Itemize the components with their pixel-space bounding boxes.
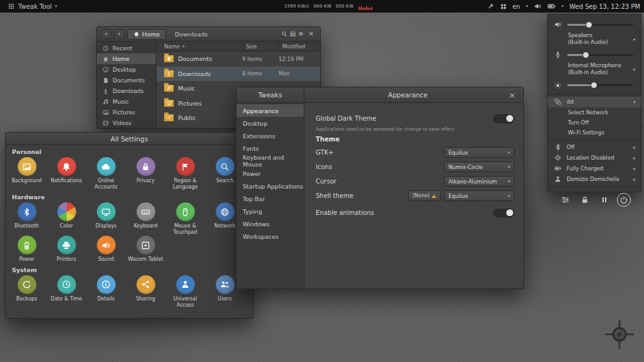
settings-tile-wacom-tablet[interactable]: Wacom Tablet xyxy=(126,236,165,263)
select-network-item[interactable]: Select Network xyxy=(548,107,641,118)
shell-theme-dropdown[interactable]: Equilux▾ xyxy=(444,190,514,201)
sidebar-label: Music xyxy=(113,99,129,105)
brightness-slider[interactable] xyxy=(567,84,633,86)
tweaks-item-windows[interactable]: Windows xyxy=(236,217,304,230)
chevron-down-icon: ▾ xyxy=(562,4,564,9)
tweaks-item-top-bar[interactable]: Top Bar xyxy=(236,192,304,205)
cursor-theme-dropdown[interactable]: Alkano-Aluminium▾ xyxy=(444,176,514,187)
tweaks-item-desktop[interactable]: Desktop xyxy=(236,117,304,129)
tweaks-item-power[interactable]: Power xyxy=(236,167,304,180)
icon-theme-dropdown[interactable]: Numix-Circle▾ xyxy=(444,162,514,172)
settings-button[interactable] xyxy=(558,193,572,207)
settings-tile-bluetooth[interactable]: Bluetooth xyxy=(7,202,47,235)
tweaks-item-typing[interactable]: Typing xyxy=(236,205,304,217)
battery-menu-item[interactable]: Fully Charged ▸ xyxy=(548,163,641,174)
home-icon xyxy=(133,31,140,37)
file-row-documents[interactable]: Documents 9 items 12:19 PM xyxy=(157,52,320,67)
net-up-total: 000 KiB xyxy=(336,4,353,9)
settings-tile-printers[interactable]: Printers xyxy=(47,236,86,263)
power-button[interactable] xyxy=(617,193,631,207)
screen-crosshair-icon[interactable] xyxy=(605,320,634,349)
tweaks-item-keyboard-mouse[interactable]: Keyboard and Mouse xyxy=(236,155,304,167)
settings-tile-sharing[interactable]: Sharing xyxy=(126,275,165,308)
settings-tile-background[interactable]: Background xyxy=(7,157,47,190)
settings-tile-privacy[interactable]: Privacy xyxy=(126,157,165,190)
back-button[interactable]: ‹ xyxy=(101,29,111,39)
network-menu-item[interactable]: dd ▾ xyxy=(548,97,641,107)
keyboard-layout-indicator[interactable]: en xyxy=(513,3,521,10)
settings-tile-power[interactable]: Power xyxy=(7,236,47,263)
settings-tile-displays[interactable]: Displays xyxy=(86,202,126,235)
settings-tile-sound[interactable]: Sound xyxy=(86,236,126,263)
settings-tile-details[interactable]: Details xyxy=(86,275,126,308)
settings-tile-universal-access[interactable]: Universal Access xyxy=(165,275,205,308)
sidebar-item-recent[interactable]: Recent xyxy=(97,43,156,53)
column-modified[interactable]: Modified xyxy=(279,41,320,51)
tile-label: Printers xyxy=(47,256,86,263)
output-device-item[interactable]: Speakers (Built-in Audio) ▸ xyxy=(548,31,641,47)
dropdown-value: Equilux xyxy=(448,193,468,199)
global-dark-theme-switch[interactable] xyxy=(493,114,514,123)
sort-chevron-icon: ▾ xyxy=(182,44,185,49)
menu-separator xyxy=(548,187,641,187)
settings-tile-notifications[interactable]: Notifications xyxy=(47,157,86,190)
tweaks-item-appearance[interactable]: Appearance xyxy=(236,104,304,117)
settings-tile-keyboard[interactable]: Keyboard xyxy=(126,202,165,235)
tweaks-item-extensions[interactable]: Extensions xyxy=(236,129,304,142)
sidebar-item-downloads[interactable]: Downloads xyxy=(97,85,156,96)
tweaks-item-fonts[interactable]: Fonts xyxy=(236,142,304,155)
battery-icon[interactable] xyxy=(547,2,556,11)
mic-slider[interactable] xyxy=(567,54,633,56)
grid-indicator-icon[interactable] xyxy=(500,3,507,10)
enable-animations-switch[interactable] xyxy=(493,209,514,217)
battery-icon xyxy=(554,165,562,172)
settings-tile-backups[interactable]: Backups xyxy=(7,275,47,308)
clock[interactable]: Wed Sep 13, 12:23 PM xyxy=(569,3,640,10)
settings-tile-online-accounts[interactable]: Online Accounts xyxy=(86,157,126,190)
gtk-theme-dropdown[interactable]: Equilux▾ xyxy=(444,147,514,158)
sidebar-item-music[interactable]: Music xyxy=(97,96,156,107)
wifi-settings-item[interactable]: Wi-Fi Settings xyxy=(548,128,641,138)
shell-theme-label: Shell theme xyxy=(316,192,353,199)
settings-tile-mouse-touchpad[interactable]: Mouse & Touchpad xyxy=(165,202,205,235)
view-toggle-icon[interactable]: ▤ xyxy=(290,31,296,37)
sidebar-item-home[interactable]: Home xyxy=(97,53,156,64)
sidebar-item-videos[interactable]: Videos xyxy=(97,118,156,128)
app-menu[interactable]: Tweak Tool ▾ xyxy=(4,0,61,13)
volume-slider[interactable] xyxy=(567,24,633,26)
tab-home[interactable]: Home xyxy=(127,29,166,40)
settings-tile-date-time[interactable]: Date & Time xyxy=(47,275,86,308)
sidebar-item-desktop[interactable]: Desktop xyxy=(97,64,156,75)
icons-label: Icons xyxy=(316,163,332,170)
location-menu-item[interactable]: Location Disabled ▸ xyxy=(548,153,641,163)
system-monitor-applet[interactable]: 1599 KiB/s 000 KiB 000 KiB xyxy=(284,0,373,13)
close-button[interactable]: × xyxy=(306,31,316,37)
lock-button[interactable] xyxy=(578,193,592,207)
shell-theme-none-button[interactable]: (None) xyxy=(408,190,441,201)
tweaks-item-workspaces[interactable]: Workspaces xyxy=(236,230,304,243)
tweaks-item-startup-applications[interactable]: Startup Applications xyxy=(236,180,304,192)
sidebar-item-pictures[interactable]: Pictures xyxy=(97,107,156,118)
column-name[interactable]: Name▾ xyxy=(157,41,242,51)
tab-downloads[interactable]: Downloads xyxy=(169,29,214,40)
menu-icon[interactable]: ≡ xyxy=(298,31,303,37)
input-device-item[interactable]: Internal Microphone (Built-in Audio) ▸ xyxy=(548,62,641,77)
volume-icon[interactable] xyxy=(534,3,541,10)
turn-off-item[interactable]: Turn Off xyxy=(548,118,641,128)
user-menu-item[interactable]: Domizio Demichelis ▸ xyxy=(548,174,641,185)
suspend-button[interactable] xyxy=(597,193,611,207)
tools-indicator-icon[interactable] xyxy=(487,3,494,10)
section-title-system: System xyxy=(12,266,253,273)
slider-knob xyxy=(591,82,597,89)
forward-button[interactable]: › xyxy=(114,29,125,39)
share-icon xyxy=(136,275,155,294)
file-size: 9 items xyxy=(242,56,279,62)
file-row-downloads[interactable]: Downloads 8 items Mon xyxy=(157,67,320,82)
search-icon[interactable] xyxy=(281,31,287,37)
column-size[interactable]: Size xyxy=(242,41,279,51)
sidebar-item-documents[interactable]: Documents xyxy=(97,75,156,85)
close-button[interactable]: × xyxy=(506,91,518,99)
settings-tile-color[interactable]: Color xyxy=(47,202,86,235)
bluetooth-menu-item[interactable]: Off ▸ xyxy=(548,142,641,153)
settings-tile-region-language[interactable]: Region & Language xyxy=(165,157,205,190)
